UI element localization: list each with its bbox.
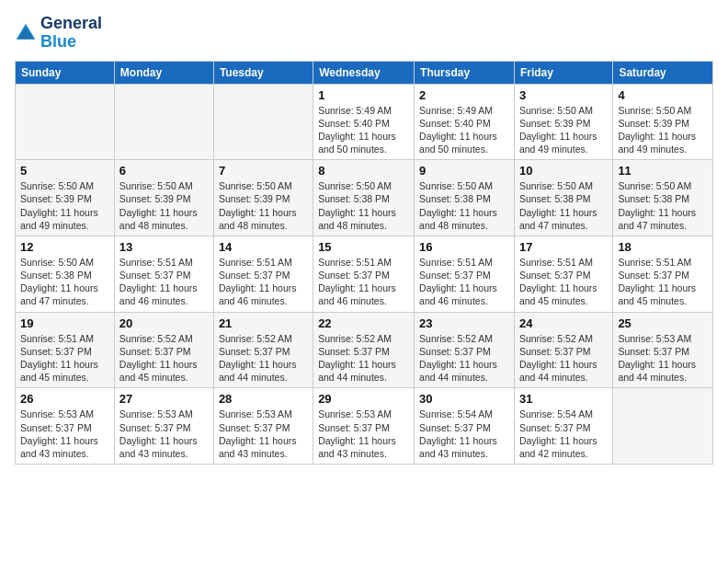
day-info: Sunrise: 5:52 AM Sunset: 5:37 PM Dayligh… bbox=[419, 332, 509, 385]
calendar-week-1: 1Sunrise: 5:49 AM Sunset: 5:40 PM Daylig… bbox=[16, 84, 713, 160]
day-info: Sunrise: 5:52 AM Sunset: 5:37 PM Dayligh… bbox=[119, 332, 209, 385]
day-number: 27 bbox=[119, 392, 209, 406]
calendar-cell: 14Sunrise: 5:51 AM Sunset: 5:37 PM Dayli… bbox=[213, 236, 313, 312]
day-info: Sunrise: 5:50 AM Sunset: 5:38 PM Dayligh… bbox=[318, 179, 409, 232]
day-number: 25 bbox=[618, 316, 708, 330]
day-info: Sunrise: 5:50 AM Sunset: 5:38 PM Dayligh… bbox=[618, 179, 708, 232]
calendar-cell: 26Sunrise: 5:53 AM Sunset: 5:37 PM Dayli… bbox=[16, 388, 115, 465]
day-info: Sunrise: 5:50 AM Sunset: 5:39 PM Dayligh… bbox=[20, 179, 109, 232]
day-info: Sunrise: 5:53 AM Sunset: 5:37 PM Dayligh… bbox=[618, 332, 708, 385]
calendar-cell: 20Sunrise: 5:52 AM Sunset: 5:37 PM Dayli… bbox=[114, 312, 213, 388]
weekday-header-row: SundayMondayTuesdayWednesdayThursdayFrid… bbox=[16, 61, 713, 84]
day-info: Sunrise: 5:50 AM Sunset: 5:39 PM Dayligh… bbox=[219, 179, 308, 232]
day-number: 23 bbox=[419, 316, 509, 330]
calendar-cell: 28Sunrise: 5:53 AM Sunset: 5:37 PM Dayli… bbox=[213, 388, 313, 465]
weekday-header-tuesday: Tuesday bbox=[213, 61, 313, 84]
day-info: Sunrise: 5:51 AM Sunset: 5:37 PM Dayligh… bbox=[419, 256, 509, 308]
calendar-cell: 10Sunrise: 5:50 AM Sunset: 5:38 PM Dayli… bbox=[514, 160, 612, 236]
day-info: Sunrise: 5:51 AM Sunset: 5:37 PM Dayligh… bbox=[219, 256, 308, 308]
logo-text: GeneralBlue bbox=[40, 15, 102, 52]
day-number: 21 bbox=[219, 316, 308, 330]
weekday-header-friday: Friday bbox=[514, 61, 612, 84]
day-info: Sunrise: 5:51 AM Sunset: 5:37 PM Dayligh… bbox=[318, 256, 409, 308]
day-info: Sunrise: 5:50 AM Sunset: 5:38 PM Dayligh… bbox=[519, 179, 608, 232]
calendar-cell: 9Sunrise: 5:50 AM Sunset: 5:38 PM Daylig… bbox=[415, 160, 515, 236]
day-info: Sunrise: 5:52 AM Sunset: 5:37 PM Dayligh… bbox=[318, 332, 409, 385]
calendar-week-5: 26Sunrise: 5:53 AM Sunset: 5:37 PM Dayli… bbox=[16, 388, 713, 465]
calendar-cell: 3Sunrise: 5:50 AM Sunset: 5:39 PM Daylig… bbox=[514, 84, 612, 160]
day-number: 20 bbox=[119, 316, 209, 330]
calendar-cell: 2Sunrise: 5:49 AM Sunset: 5:40 PM Daylig… bbox=[415, 84, 515, 160]
calendar-cell: 21Sunrise: 5:52 AM Sunset: 5:37 PM Dayli… bbox=[213, 312, 313, 388]
day-info: Sunrise: 5:53 AM Sunset: 5:37 PM Dayligh… bbox=[119, 408, 209, 460]
day-info: Sunrise: 5:49 AM Sunset: 5:40 PM Dayligh… bbox=[318, 104, 409, 156]
day-number: 1 bbox=[318, 88, 409, 102]
logo-icon bbox=[15, 22, 37, 44]
page-header: GeneralBlue bbox=[15, 15, 713, 52]
day-number: 18 bbox=[618, 240, 708, 254]
calendar-cell: 19Sunrise: 5:51 AM Sunset: 5:37 PM Dayli… bbox=[16, 312, 115, 388]
day-number: 13 bbox=[119, 240, 209, 254]
day-number: 10 bbox=[519, 164, 608, 178]
day-number: 12 bbox=[20, 240, 109, 254]
calendar-cell bbox=[613, 388, 713, 465]
day-number: 19 bbox=[20, 316, 109, 330]
day-info: Sunrise: 5:49 AM Sunset: 5:40 PM Dayligh… bbox=[419, 104, 509, 156]
day-number: 3 bbox=[519, 88, 608, 102]
weekday-header-sunday: Sunday bbox=[16, 61, 115, 84]
calendar-cell: 18Sunrise: 5:51 AM Sunset: 5:37 PM Dayli… bbox=[613, 236, 713, 312]
calendar-week-2: 5Sunrise: 5:50 AM Sunset: 5:39 PM Daylig… bbox=[16, 160, 713, 236]
day-info: Sunrise: 5:50 AM Sunset: 5:39 PM Dayligh… bbox=[519, 104, 608, 156]
weekday-header-thursday: Thursday bbox=[415, 61, 515, 84]
calendar-cell: 4Sunrise: 5:50 AM Sunset: 5:39 PM Daylig… bbox=[613, 84, 713, 160]
day-number: 29 bbox=[318, 392, 409, 406]
day-info: Sunrise: 5:50 AM Sunset: 5:39 PM Dayligh… bbox=[618, 104, 708, 156]
day-number: 26 bbox=[20, 392, 109, 406]
day-info: Sunrise: 5:51 AM Sunset: 5:37 PM Dayligh… bbox=[119, 256, 209, 308]
calendar-week-3: 12Sunrise: 5:50 AM Sunset: 5:38 PM Dayli… bbox=[16, 236, 713, 312]
day-number: 24 bbox=[519, 316, 608, 330]
calendar-cell: 8Sunrise: 5:50 AM Sunset: 5:38 PM Daylig… bbox=[313, 160, 415, 236]
calendar-cell bbox=[16, 84, 115, 160]
calendar-cell bbox=[114, 84, 213, 160]
calendar-cell: 15Sunrise: 5:51 AM Sunset: 5:37 PM Dayli… bbox=[313, 236, 415, 312]
day-number: 2 bbox=[419, 88, 509, 102]
day-number: 15 bbox=[318, 240, 409, 254]
calendar-cell: 13Sunrise: 5:51 AM Sunset: 5:37 PM Dayli… bbox=[114, 236, 213, 312]
calendar-cell: 16Sunrise: 5:51 AM Sunset: 5:37 PM Dayli… bbox=[415, 236, 515, 312]
calendar-cell: 7Sunrise: 5:50 AM Sunset: 5:39 PM Daylig… bbox=[213, 160, 313, 236]
weekday-header-wednesday: Wednesday bbox=[313, 61, 415, 84]
calendar-cell: 12Sunrise: 5:50 AM Sunset: 5:38 PM Dayli… bbox=[16, 236, 115, 312]
calendar-cell: 23Sunrise: 5:52 AM Sunset: 5:37 PM Dayli… bbox=[415, 312, 515, 388]
weekday-header-saturday: Saturday bbox=[613, 61, 713, 84]
calendar-cell: 30Sunrise: 5:54 AM Sunset: 5:37 PM Dayli… bbox=[415, 388, 515, 465]
day-info: Sunrise: 5:52 AM Sunset: 5:37 PM Dayligh… bbox=[519, 332, 608, 385]
calendar-cell bbox=[213, 84, 313, 160]
day-info: Sunrise: 5:50 AM Sunset: 5:39 PM Dayligh… bbox=[119, 179, 209, 232]
calendar-week-4: 19Sunrise: 5:51 AM Sunset: 5:37 PM Dayli… bbox=[16, 312, 713, 388]
calendar-cell: 5Sunrise: 5:50 AM Sunset: 5:39 PM Daylig… bbox=[16, 160, 115, 236]
day-info: Sunrise: 5:51 AM Sunset: 5:37 PM Dayligh… bbox=[519, 256, 608, 308]
day-number: 28 bbox=[219, 392, 308, 406]
day-number: 8 bbox=[318, 164, 409, 178]
day-info: Sunrise: 5:51 AM Sunset: 5:37 PM Dayligh… bbox=[20, 332, 109, 385]
day-number: 14 bbox=[219, 240, 308, 254]
calendar-cell: 11Sunrise: 5:50 AM Sunset: 5:38 PM Dayli… bbox=[613, 160, 713, 236]
calendar-cell: 27Sunrise: 5:53 AM Sunset: 5:37 PM Dayli… bbox=[114, 388, 213, 465]
day-number: 22 bbox=[318, 316, 409, 330]
day-info: Sunrise: 5:50 AM Sunset: 5:38 PM Dayligh… bbox=[419, 179, 509, 232]
calendar-cell: 22Sunrise: 5:52 AM Sunset: 5:37 PM Dayli… bbox=[313, 312, 415, 388]
calendar-cell: 29Sunrise: 5:53 AM Sunset: 5:37 PM Dayli… bbox=[313, 388, 415, 465]
calendar-table: SundayMondayTuesdayWednesdayThursdayFrid… bbox=[15, 61, 713, 465]
day-number: 9 bbox=[419, 164, 509, 178]
calendar-cell: 31Sunrise: 5:54 AM Sunset: 5:37 PM Dayli… bbox=[514, 388, 612, 465]
day-info: Sunrise: 5:54 AM Sunset: 5:37 PM Dayligh… bbox=[419, 408, 509, 460]
day-info: Sunrise: 5:53 AM Sunset: 5:37 PM Dayligh… bbox=[318, 408, 409, 460]
day-info: Sunrise: 5:53 AM Sunset: 5:37 PM Dayligh… bbox=[219, 408, 308, 460]
day-info: Sunrise: 5:51 AM Sunset: 5:37 PM Dayligh… bbox=[618, 256, 708, 308]
calendar-cell: 24Sunrise: 5:52 AM Sunset: 5:37 PM Dayli… bbox=[514, 312, 612, 388]
calendar-cell: 1Sunrise: 5:49 AM Sunset: 5:40 PM Daylig… bbox=[313, 84, 415, 160]
day-info: Sunrise: 5:53 AM Sunset: 5:37 PM Dayligh… bbox=[20, 408, 109, 460]
calendar-cell: 6Sunrise: 5:50 AM Sunset: 5:39 PM Daylig… bbox=[114, 160, 213, 236]
day-number: 4 bbox=[618, 88, 708, 102]
